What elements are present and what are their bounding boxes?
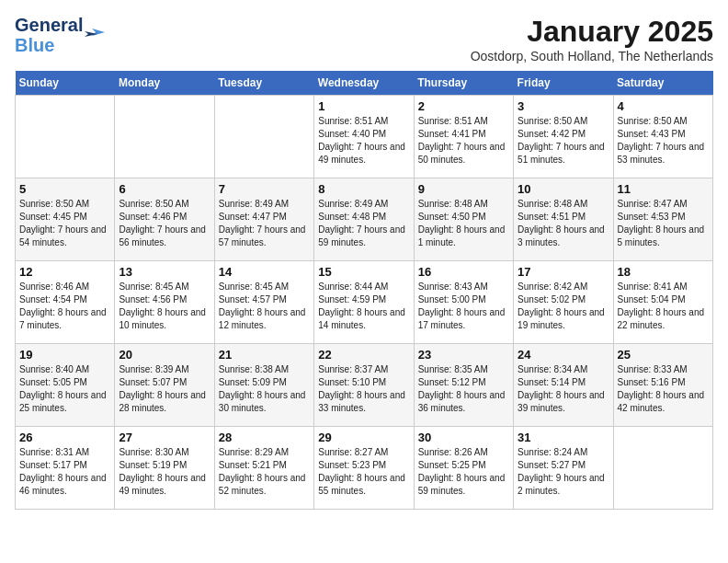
calendar-cell: 23Sunrise: 8:35 AM Sunset: 5:12 PM Dayli… <box>414 344 513 427</box>
day-info: Sunrise: 8:41 AM Sunset: 5:04 PM Dayligh… <box>618 281 709 332</box>
logo-line1: General <box>15 15 83 35</box>
day-info: Sunrise: 8:51 AM Sunset: 4:41 PM Dayligh… <box>418 115 509 167</box>
day-info: Sunrise: 8:46 AM Sunset: 4:54 PM Dayligh… <box>19 281 110 332</box>
calendar-cell: 7Sunrise: 8:49 AM Sunset: 4:47 PM Daylig… <box>214 178 313 261</box>
day-number: 2 <box>418 99 509 113</box>
day-info: Sunrise: 8:45 AM Sunset: 4:57 PM Dayligh… <box>219 281 310 332</box>
calendar-cell: 1Sunrise: 8:51 AM Sunset: 4:40 PM Daylig… <box>314 96 414 178</box>
calendar-cell: 9Sunrise: 8:48 AM Sunset: 4:50 PM Daylig… <box>414 178 513 261</box>
day-info: Sunrise: 8:38 AM Sunset: 5:09 PM Dayligh… <box>219 363 310 415</box>
calendar-week-5: 26Sunrise: 8:31 AM Sunset: 5:17 PM Dayli… <box>16 427 713 510</box>
day-info: Sunrise: 8:40 AM Sunset: 5:05 PM Dayligh… <box>19 363 110 415</box>
calendar-cell: 19Sunrise: 8:40 AM Sunset: 5:05 PM Dayli… <box>16 344 115 427</box>
calendar-cell: 22Sunrise: 8:37 AM Sunset: 5:10 PM Dayli… <box>314 344 414 427</box>
day-number: 31 <box>518 431 609 444</box>
day-number: 22 <box>318 348 409 362</box>
day-number: 5 <box>19 182 110 196</box>
weekday-header-sunday: Sunday <box>16 71 115 96</box>
day-number: 24 <box>518 348 609 362</box>
calendar-body: 1Sunrise: 8:51 AM Sunset: 4:40 PM Daylig… <box>16 96 713 510</box>
day-number: 30 <box>418 431 509 444</box>
day-info: Sunrise: 8:29 AM Sunset: 5:21 PM Dayligh… <box>219 446 310 498</box>
day-number: 27 <box>119 431 210 444</box>
calendar-cell: 20Sunrise: 8:39 AM Sunset: 5:07 PM Dayli… <box>115 344 214 427</box>
calendar-table: SundayMondayTuesdayWednesdayThursdayFrid… <box>15 71 713 510</box>
day-info: Sunrise: 8:49 AM Sunset: 4:47 PM Dayligh… <box>219 198 310 249</box>
day-number: 15 <box>318 265 409 279</box>
main-title: January 2025 <box>471 15 713 49</box>
calendar-cell: 16Sunrise: 8:43 AM Sunset: 5:00 PM Dayli… <box>414 261 513 344</box>
day-info: Sunrise: 8:27 AM Sunset: 5:23 PM Dayligh… <box>318 446 409 498</box>
logo: General Blue <box>15 15 105 55</box>
calendar-cell: 12Sunrise: 8:46 AM Sunset: 4:54 PM Dayli… <box>16 261 115 344</box>
calendar-cell <box>16 96 115 178</box>
calendar-week-2: 5Sunrise: 8:50 AM Sunset: 4:45 PM Daylig… <box>16 178 713 261</box>
day-info: Sunrise: 8:34 AM Sunset: 5:14 PM Dayligh… <box>518 363 609 415</box>
day-number: 4 <box>618 99 709 113</box>
calendar-cell: 27Sunrise: 8:30 AM Sunset: 5:19 PM Dayli… <box>115 427 214 510</box>
calendar-week-3: 12Sunrise: 8:46 AM Sunset: 4:54 PM Dayli… <box>16 261 713 344</box>
title-area: January 2025 Oostdorp, South Holland, Th… <box>471 15 713 63</box>
day-number: 11 <box>618 182 709 196</box>
weekday-header-tuesday: Tuesday <box>214 71 313 96</box>
day-number: 20 <box>119 348 210 362</box>
day-info: Sunrise: 8:47 AM Sunset: 4:53 PM Dayligh… <box>618 198 709 249</box>
calendar-cell <box>214 96 313 178</box>
day-info: Sunrise: 8:26 AM Sunset: 5:25 PM Dayligh… <box>418 446 509 498</box>
day-number: 23 <box>418 348 509 362</box>
calendar-cell: 28Sunrise: 8:29 AM Sunset: 5:21 PM Dayli… <box>214 427 313 510</box>
day-info: Sunrise: 8:44 AM Sunset: 4:59 PM Dayligh… <box>318 281 409 332</box>
weekday-header-thursday: Thursday <box>414 71 513 96</box>
day-info: Sunrise: 8:39 AM Sunset: 5:07 PM Dayligh… <box>119 363 210 415</box>
day-info: Sunrise: 8:24 AM Sunset: 5:27 PM Dayligh… <box>518 446 609 498</box>
weekday-header-friday: Friday <box>514 71 613 96</box>
calendar-week-1: 1Sunrise: 8:51 AM Sunset: 4:40 PM Daylig… <box>16 96 713 178</box>
calendar-cell: 6Sunrise: 8:50 AM Sunset: 4:46 PM Daylig… <box>115 178 214 261</box>
day-info: Sunrise: 8:42 AM Sunset: 5:02 PM Dayligh… <box>518 281 609 332</box>
day-number: 19 <box>19 348 110 362</box>
calendar-cell: 15Sunrise: 8:44 AM Sunset: 4:59 PM Dayli… <box>314 261 414 344</box>
calendar-cell: 11Sunrise: 8:47 AM Sunset: 4:53 PM Dayli… <box>613 178 712 261</box>
calendar-cell: 10Sunrise: 8:48 AM Sunset: 4:51 PM Dayli… <box>514 178 613 261</box>
day-info: Sunrise: 8:51 AM Sunset: 4:40 PM Dayligh… <box>318 115 409 167</box>
calendar-cell <box>115 96 214 178</box>
day-number: 8 <box>318 182 409 196</box>
day-info: Sunrise: 8:50 AM Sunset: 4:46 PM Dayligh… <box>119 198 210 249</box>
day-number: 10 <box>518 182 609 196</box>
calendar-cell: 4Sunrise: 8:50 AM Sunset: 4:43 PM Daylig… <box>613 96 712 178</box>
day-number: 28 <box>219 431 310 444</box>
day-number: 25 <box>618 348 709 362</box>
day-number: 7 <box>219 182 310 196</box>
calendar-header-row: SundayMondayTuesdayWednesdayThursdayFrid… <box>16 71 713 96</box>
day-number: 18 <box>618 265 709 279</box>
calendar-cell: 24Sunrise: 8:34 AM Sunset: 5:14 PM Dayli… <box>514 344 613 427</box>
day-number: 29 <box>318 431 409 444</box>
calendar-cell: 31Sunrise: 8:24 AM Sunset: 5:27 PM Dayli… <box>514 427 613 510</box>
calendar-cell: 21Sunrise: 8:38 AM Sunset: 5:09 PM Dayli… <box>214 344 313 427</box>
day-info: Sunrise: 8:30 AM Sunset: 5:19 PM Dayligh… <box>119 446 210 498</box>
day-number: 16 <box>418 265 509 279</box>
day-number: 21 <box>219 348 310 362</box>
day-number: 3 <box>518 99 609 113</box>
day-number: 26 <box>19 431 110 444</box>
day-info: Sunrise: 8:45 AM Sunset: 4:56 PM Dayligh… <box>119 281 210 332</box>
calendar-cell: 13Sunrise: 8:45 AM Sunset: 4:56 PM Dayli… <box>115 261 214 344</box>
day-info: Sunrise: 8:35 AM Sunset: 5:12 PM Dayligh… <box>418 363 509 415</box>
day-number: 1 <box>318 99 409 113</box>
calendar-cell: 17Sunrise: 8:42 AM Sunset: 5:02 PM Dayli… <box>514 261 613 344</box>
calendar-cell: 14Sunrise: 8:45 AM Sunset: 4:57 PM Dayli… <box>214 261 313 344</box>
day-number: 13 <box>119 265 210 279</box>
day-info: Sunrise: 8:43 AM Sunset: 5:00 PM Dayligh… <box>418 281 509 332</box>
calendar-cell: 8Sunrise: 8:49 AM Sunset: 4:48 PM Daylig… <box>314 178 414 261</box>
calendar-cell: 29Sunrise: 8:27 AM Sunset: 5:23 PM Dayli… <box>314 427 414 510</box>
calendar-cell: 25Sunrise: 8:33 AM Sunset: 5:16 PM Dayli… <box>613 344 712 427</box>
day-info: Sunrise: 8:50 AM Sunset: 4:43 PM Dayligh… <box>618 115 709 167</box>
day-info: Sunrise: 8:31 AM Sunset: 5:17 PM Dayligh… <box>19 446 110 498</box>
logo-bird-icon <box>85 25 105 45</box>
day-info: Sunrise: 8:50 AM Sunset: 4:42 PM Dayligh… <box>518 115 609 167</box>
calendar-cell: 3Sunrise: 8:50 AM Sunset: 4:42 PM Daylig… <box>514 96 613 178</box>
calendar-week-4: 19Sunrise: 8:40 AM Sunset: 5:05 PM Dayli… <box>16 344 713 427</box>
calendar-cell: 2Sunrise: 8:51 AM Sunset: 4:41 PM Daylig… <box>414 96 513 178</box>
weekday-header-wednesday: Wednesday <box>314 71 414 96</box>
day-number: 17 <box>518 265 609 279</box>
